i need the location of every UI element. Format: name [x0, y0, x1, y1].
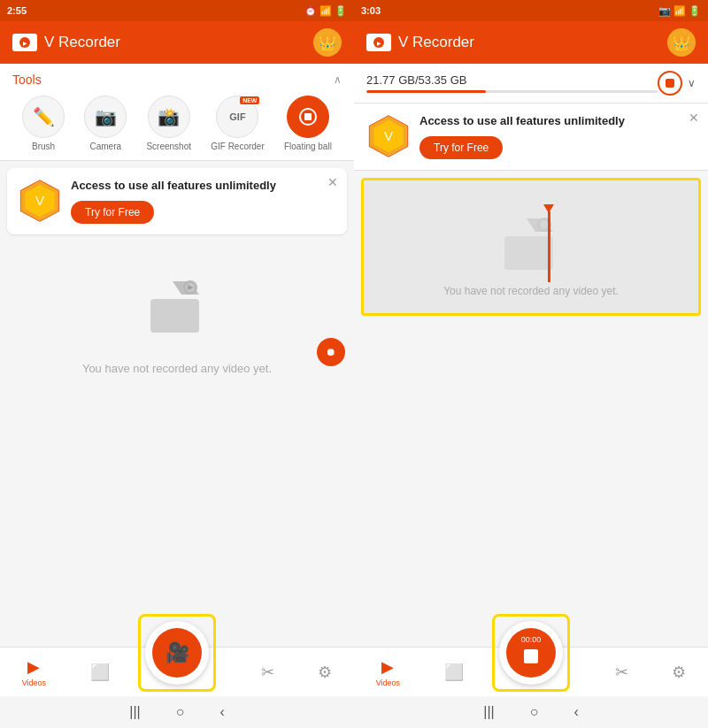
fab-record-button-left[interactable]: 🎥 — [152, 628, 202, 678]
promo-banner-right: V Access to use all features unlimitedly… — [354, 103, 708, 171]
bottom-nav-right: 00:00 ▶ Videos ⬜ ✂ ⚙ — [354, 647, 708, 696]
fab-stop-button-right[interactable]: 00:00 — [506, 628, 556, 678]
bottom-nav-left: 🎥 ▶ Videos ⬜ ✂ ⚙ — [0, 647, 354, 696]
fab-outer-right: 00:00 — [499, 621, 563, 685]
logo-icon-right — [373, 37, 384, 48]
tools-chevron-icon[interactable]: ∧ — [334, 73, 342, 86]
svg-rect-1 — [304, 113, 312, 120]
brush-label: Brush — [32, 142, 55, 151]
gif-icon: GIF NEW — [216, 96, 258, 138]
logo-icon-left — [19, 37, 30, 48]
system-nav-right: ||| ○ ‹ — [354, 696, 708, 728]
home-btn-left[interactable]: ○ — [176, 704, 185, 720]
status-time-right: 3:03 — [361, 5, 381, 16]
left-phone: 2:55 ⏰ 📶 🔋 V Recorder 👑 Tools ∧ — [0, 0, 354, 728]
recording-highlight: You have not recorded any video yet. — [361, 178, 701, 316]
status-icons-left: ⏰ 📶 🔋 — [304, 5, 347, 17]
nav-videos-left[interactable]: ▶ Videos — [22, 657, 46, 687]
right-phone: 3:03 📷 📶 🔋 V Recorder 👑 21.77 GB/53.35 G… — [354, 0, 708, 728]
nav-camera-left[interactable]: ⬜ — [90, 663, 110, 682]
gif-label: GIF Recorder — [211, 142, 265, 151]
status-icons-right: 📷 📶 🔋 — [658, 5, 701, 17]
storage-progress-fill — [366, 90, 486, 93]
tool-brush[interactable]: ✏️ Brush — [22, 96, 65, 151]
tools-grid: ✏️ Brush 📷 Camera 📸 Screenshot GIF NEW — [12, 96, 342, 151]
nav-settings-left[interactable]: ⚙ — [318, 663, 332, 682]
scissors-icon-left: ✂ — [261, 663, 274, 682]
nav-camera-icon-left: ⬜ — [90, 663, 110, 682]
nav-settings-right[interactable]: ⚙ — [672, 663, 686, 682]
nav-videos-right[interactable]: ▶ Videos — [376, 657, 400, 687]
promo-title-right: Access to use all features unlimitedly — [419, 114, 696, 129]
content-area-left: Tools ∧ ✏️ Brush 📷 Camera 📸 Screenshot — [0, 64, 354, 647]
app-logo-right — [366, 34, 391, 51]
floating-record-btn[interactable]: ⏺ — [317, 338, 345, 366]
app-title-left: V Recorder — [44, 34, 120, 51]
nav-scissors-left[interactable]: ✂ — [261, 663, 274, 682]
stop-icon — [666, 79, 674, 88]
storage-controls: ∨ — [658, 71, 696, 96]
app-bar-left-content: V Recorder — [12, 34, 120, 51]
nav-camera-icon-right: ⬜ — [444, 663, 464, 682]
stop-icon-fab — [524, 649, 538, 663]
videos-label-right: Videos — [376, 678, 400, 687]
home-btn-right[interactable]: ○ — [530, 704, 539, 720]
tool-camera[interactable]: 📷 Camera — [84, 96, 127, 151]
crown-button-right[interactable]: 👑 — [667, 28, 696, 57]
nav-scissors-right[interactable]: ✂ — [615, 663, 628, 682]
promo-hex-icon-right: V — [366, 114, 411, 158]
promo-try-button-left[interactable]: Try for Free — [71, 201, 154, 224]
crown-button-left[interactable]: 👑 — [313, 28, 342, 57]
promo-try-button-right[interactable]: Try for Free — [419, 136, 503, 159]
promo-close-right[interactable]: ✕ — [689, 111, 699, 125]
gif-badge: NEW — [240, 96, 259, 104]
floating-ball-icon — [287, 96, 329, 138]
promo-banner-left: ✕ V Access to use all features unlimited… — [7, 168, 347, 234]
promo-hex-icon-left: V — [18, 179, 62, 223]
promo-title-left: Access to use all features unlimitedly — [71, 179, 336, 194]
recording-visual — [496, 214, 566, 280]
empty-icon-left — [142, 277, 212, 353]
timer-display: 00:00 — [506, 635, 556, 644]
empty-state-left: You have not recorded any video yet. — [0, 241, 354, 410]
svg-text:V: V — [35, 193, 44, 208]
crown-icon-right: 👑 — [673, 34, 690, 51]
fab-highlight-left: 🎥 — [138, 614, 216, 692]
recents-btn-right[interactable]: ‹ — [573, 704, 578, 720]
empty-text-left: You have not recorded any video yet. — [82, 362, 272, 375]
floating-record-icon: ⏺ — [326, 346, 336, 358]
screenshot-icon: 📸 — [148, 96, 190, 138]
recents-btn-left[interactable]: ‹ — [219, 704, 224, 720]
back-btn-left[interactable]: ||| — [129, 704, 140, 720]
videos-icon-left: ▶ — [27, 657, 40, 677]
tool-floating-ball[interactable]: Floating ball — [284, 96, 332, 151]
fab-outer-left: 🎥 — [145, 621, 209, 685]
tool-screenshot[interactable]: 📸 Screenshot — [146, 96, 191, 151]
app-bar-right-content: V Recorder — [366, 34, 474, 51]
tools-title: Tools — [12, 73, 42, 87]
settings-icon-right: ⚙ — [672, 663, 686, 682]
promo-text-left: Access to use all features unlimitedly T… — [71, 179, 336, 224]
storage-info: 21.77 GB/53.35 GB — [366, 73, 658, 93]
svg-text:V: V — [384, 128, 393, 143]
settings-icon-left: ⚙ — [318, 663, 332, 682]
promo-close-left[interactable]: ✕ — [327, 175, 338, 189]
app-title-right: V Recorder — [398, 34, 474, 51]
fab-highlight-right: 00:00 — [492, 614, 570, 692]
status-time-left: 2:55 — [7, 5, 27, 16]
tool-gif[interactable]: GIF NEW GIF Recorder — [211, 96, 265, 151]
scissors-icon-right: ✂ — [615, 663, 628, 682]
record-icon-fab-left: 🎥 — [165, 641, 189, 664]
back-btn-right[interactable]: ||| — [483, 704, 494, 720]
recording-cursor — [548, 211, 550, 282]
storage-dropdown-icon[interactable]: ∨ — [688, 77, 696, 89]
svg-rect-5 — [150, 299, 199, 333]
promo-text-right: Access to use all features unlimitedly T… — [419, 114, 696, 159]
nav-camera-right[interactable]: ⬜ — [444, 663, 464, 682]
tools-header: Tools ∧ — [12, 73, 342, 87]
app-bar-right: V Recorder 👑 — [354, 21, 708, 64]
content-area-right: 21.77 GB/53.35 GB ∨ V — [354, 64, 708, 647]
system-nav-left: ||| ○ ‹ — [0, 696, 354, 728]
stop-recording-btn[interactable] — [658, 71, 682, 96]
recording-empty-text: You have not recorded any video yet. — [443, 285, 619, 297]
